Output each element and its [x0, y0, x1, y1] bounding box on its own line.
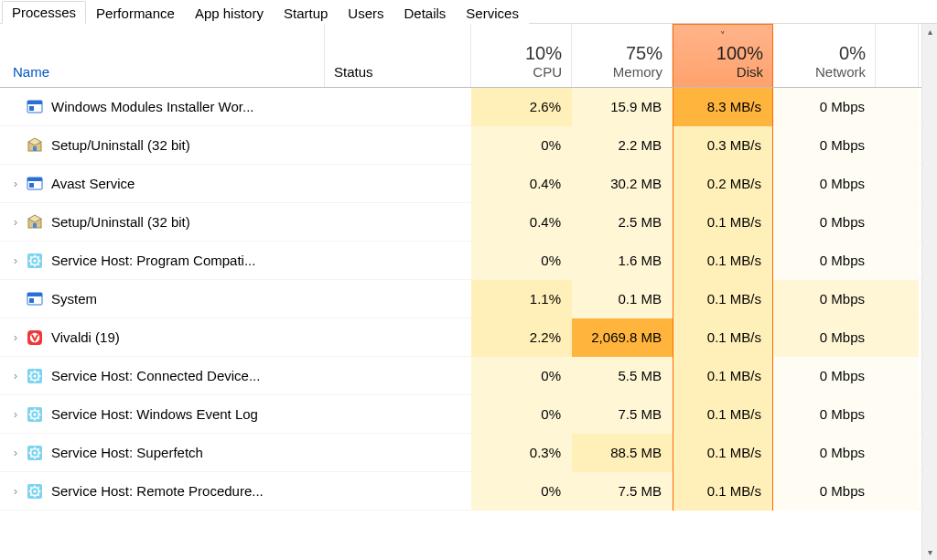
table-row[interactable]: ›Service Host: Superfetch0.3%88.5 MB0.1 …	[0, 434, 921, 472]
svg-point-22	[33, 259, 36, 262]
process-label: Service Host: Remote Procedure...	[51, 483, 264, 499]
process-label: Setup/Uninstall (32 bit)	[51, 214, 190, 230]
process-status-cell	[325, 472, 471, 511]
process-name-cell[interactable]: ›Avast Service	[0, 165, 325, 203]
svg-line-18	[30, 256, 31, 257]
expand-arrow-icon[interactable]: ›	[9, 254, 22, 267]
process-status-cell	[325, 242, 471, 280]
tab-users[interactable]: Users	[338, 2, 393, 24]
expand-arrow-icon[interactable]: ›	[9, 178, 22, 190]
process-name-cell[interactable]: ›Service Host: Connected Device...	[0, 357, 325, 395]
row-spacer	[876, 395, 919, 434]
svg-line-21	[30, 264, 31, 264]
expand-arrow-icon[interactable]: ›	[9, 216, 22, 229]
svg-line-19	[38, 264, 38, 264]
svg-rect-8	[29, 183, 34, 188]
process-status-cell	[325, 88, 471, 126]
svg-rect-1	[27, 101, 42, 104]
process-network-cell: 0 Mbps	[773, 242, 876, 280]
header-spacer	[876, 24, 919, 87]
column-label: Status	[334, 64, 461, 80]
process-status-cell	[325, 395, 471, 434]
expand-arrow-icon[interactable]: ›	[9, 331, 22, 344]
svg-rect-25	[29, 298, 34, 303]
table-row[interactable]: ›Avast Service0.4%30.2 MB0.2 MB/s0 Mbps	[0, 165, 921, 203]
gear-icon	[26, 405, 44, 424]
disk-usage-pct: 100%	[679, 43, 763, 64]
process-memory-cell: 0.1 MB	[572, 280, 673, 318]
expand-arrow-icon[interactable]: ›	[9, 447, 22, 459]
process-name-cell[interactable]: ›Setup/Uninstall (32 bit)	[0, 126, 325, 165]
svg-point-49	[33, 413, 36, 415]
vertical-scrollbar[interactable]: ▴ ▾	[921, 24, 937, 560]
process-label: Service Host: Program Compati...	[51, 253, 255, 268]
row-spacer	[876, 88, 919, 126]
table-row[interactable]: ›Setup/Uninstall (32 bit)0.4%2.5 MB0.1 M…	[0, 203, 921, 242]
process-network-cell: 0 Mbps	[773, 434, 876, 472]
process-network-cell: 0 Mbps	[773, 357, 876, 395]
tab-performance[interactable]: Performance	[86, 2, 185, 24]
process-name-cell[interactable]: ›Windows Modules Installer Wor...	[0, 88, 325, 126]
table-row[interactable]: ›System1.1%0.1 MB0.1 MB/s0 Mbps	[0, 280, 921, 318]
process-disk-cell: 0.1 MB/s	[673, 242, 773, 280]
svg-point-60	[33, 451, 36, 454]
process-memory-cell: 15.9 MB	[572, 88, 673, 126]
process-network-cell: 0 Mbps	[773, 318, 876, 357]
svg-line-59	[30, 456, 31, 457]
scroll-down-button[interactable]: ▾	[922, 544, 937, 560]
table-row[interactable]: ›Service Host: Program Compati...0%1.6 M…	[0, 242, 921, 280]
gear-icon	[26, 367, 44, 385]
scroll-track[interactable]	[922, 39, 937, 544]
process-name-cell[interactable]: ›Service Host: Superfetch	[0, 434, 325, 472]
column-header-name[interactable]: Name	[0, 24, 325, 87]
process-memory-cell: 1.6 MB	[572, 242, 673, 280]
row-spacer	[876, 165, 919, 203]
process-cpu-cell: 0.4%	[471, 203, 572, 242]
expand-arrow-icon[interactable]: ›	[9, 370, 22, 382]
column-header-memory[interactable]: 75% Memory	[572, 24, 673, 87]
column-header-status[interactable]: Status	[325, 24, 471, 87]
svg-point-38	[33, 374, 36, 377]
svg-line-46	[38, 417, 38, 418]
table-row[interactable]: ›Vivaldi (19)2.2%2,069.8 MB0.1 MB/s0 Mbp…	[0, 318, 921, 357]
svg-line-67	[30, 487, 31, 488]
tab-processes[interactable]: Processes	[2, 1, 86, 24]
tab-startup[interactable]: Startup	[274, 2, 338, 24]
tab-details[interactable]: Details	[394, 2, 457, 24]
svg-line-69	[38, 487, 38, 488]
process-name-cell[interactable]: ›System	[0, 280, 325, 318]
expand-arrow-icon[interactable]: ›	[9, 485, 22, 498]
process-name-cell[interactable]: ›Service Host: Windows Event Log	[0, 395, 325, 434]
process-cpu-cell: 0%	[471, 395, 572, 434]
tab-app-history[interactable]: App history	[185, 2, 274, 24]
process-table-body: ›Windows Modules Installer Wor...2.6%15.…	[0, 88, 921, 511]
tab-services[interactable]: Services	[456, 2, 529, 24]
process-label: Windows Modules Installer Wor...	[51, 99, 253, 114]
svg-line-35	[38, 379, 38, 380]
table-row[interactable]: ›Service Host: Remote Procedure...0%7.5 …	[0, 472, 921, 511]
vivaldi-icon	[26, 328, 44, 347]
process-network-cell: 0 Mbps	[773, 88, 876, 126]
column-label: Disk	[679, 64, 763, 80]
process-cpu-cell: 0%	[471, 357, 572, 395]
process-cpu-cell: 0%	[471, 472, 572, 511]
scroll-up-button[interactable]: ▴	[922, 24, 937, 39]
process-name-cell[interactable]: ›Service Host: Remote Procedure...	[0, 472, 325, 511]
column-header-network[interactable]: 0% Network	[773, 24, 876, 87]
process-memory-cell: 88.5 MB	[572, 434, 673, 472]
expand-arrow-icon[interactable]: ›	[9, 408, 22, 421]
table-row[interactable]: ›Service Host: Connected Device...0%5.5 …	[0, 357, 921, 395]
column-header-disk[interactable]: ˅ 100% Disk	[673, 24, 773, 87]
table-row[interactable]: ›Windows Modules Installer Wor...2.6%15.…	[0, 88, 921, 126]
process-network-cell: 0 Mbps	[773, 280, 876, 318]
process-name-cell[interactable]: ›Setup/Uninstall (32 bit)	[0, 203, 325, 242]
table-row[interactable]: ›Setup/Uninstall (32 bit)0%2.2 MB0.3 MB/…	[0, 126, 921, 165]
process-memory-cell: 2,069.8 MB	[572, 318, 673, 357]
process-name-cell[interactable]: ›Service Host: Program Compati...	[0, 242, 325, 280]
installer-box-icon	[26, 136, 44, 155]
table-row[interactable]: ›Service Host: Windows Event Log0%7.5 MB…	[0, 395, 921, 434]
column-header-cpu[interactable]: 10% CPU	[471, 24, 572, 87]
process-status-cell	[325, 280, 471, 318]
svg-line-47	[38, 410, 38, 411]
process-name-cell[interactable]: ›Vivaldi (19)	[0, 318, 325, 357]
